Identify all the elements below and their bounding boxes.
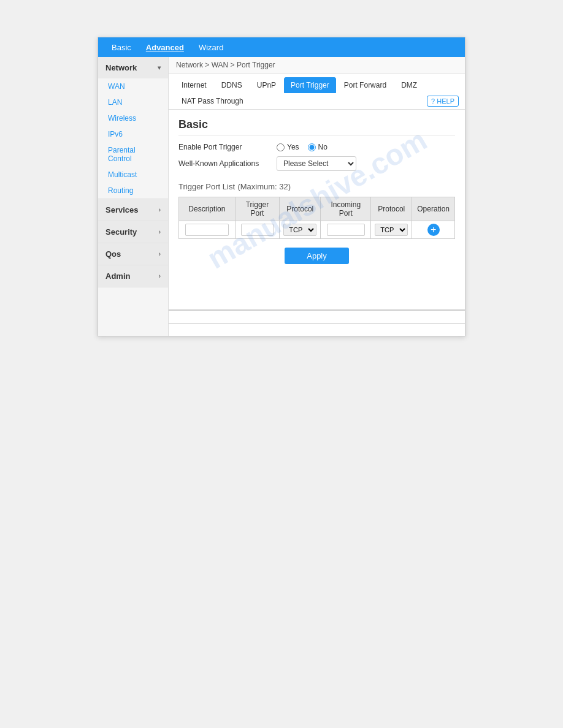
trigger-list-max-note: (Maximum: 32) — [237, 182, 291, 191]
apply-button[interactable]: Apply — [285, 248, 349, 264]
sidebar-network-label: Network — [105, 63, 137, 72]
bottom-spacer — [169, 273, 465, 285]
sidebar-section-admin: Admin › — [98, 265, 168, 287]
chevron-right-icon: › — [159, 207, 161, 213]
sidebar-section-network: Network ▾ WAN LAN Wireless IPv6 Parental… — [98, 57, 168, 199]
col-operation: Operation — [412, 197, 455, 221]
sidebar-section-qos: Qos › — [98, 243, 168, 265]
breadcrumb: Network > WAN > Port Trigger — [169, 57, 465, 74]
sidebar-item-multicast[interactable]: Multicast — [98, 167, 168, 183]
radio-yes-input[interactable] — [277, 143, 285, 151]
incoming-protocol-select[interactable]: TCP UDP Both — [375, 224, 408, 236]
sidebar-item-wan[interactable]: WAN — [98, 78, 168, 94]
well-known-row: Well-Known Applications Please Select — [178, 156, 455, 171]
col-protocol-trigger: Protocol — [280, 197, 321, 221]
chevron-right-icon4: › — [159, 273, 161, 279]
col-incoming-port: Incoming Port — [321, 197, 371, 221]
sidebar-section-security: Security › — [98, 221, 168, 243]
tab-port-trigger[interactable]: Port Trigger — [284, 77, 336, 93]
incoming-port-input[interactable] — [327, 224, 365, 236]
col-description: Description — [179, 197, 236, 221]
radio-no-option[interactable]: No — [308, 143, 327, 151]
trigger-protocol-select[interactable]: TCP UDP Both — [283, 224, 316, 236]
sidebar-item-wireless[interactable]: Wireless — [98, 110, 168, 126]
nav-basic[interactable]: Basic — [104, 39, 139, 56]
enable-radio-group: Yes No — [277, 143, 327, 151]
tab-internet[interactable]: Internet — [175, 77, 213, 93]
trigger-list-title-text: Trigger Port List — [178, 182, 235, 191]
main-layout: Network ▾ WAN LAN Wireless IPv6 Parental… — [98, 57, 465, 336]
tab-dmz[interactable]: DMZ — [394, 77, 424, 93]
col-trigger-port: Trigger Port — [235, 197, 280, 221]
cell-trigger-protocol: TCP UDP Both — [280, 221, 321, 239]
radio-no-label: No — [318, 143, 327, 151]
sidebar-qos-label: Qos — [105, 249, 121, 259]
bottom-divider2 — [169, 323, 465, 324]
chevron-down-icon: ▾ — [158, 64, 161, 71]
section-title-basic: Basic — [178, 118, 455, 135]
cell-operation: + — [412, 221, 455, 239]
table-row: TCP UDP Both — [179, 221, 455, 239]
sidebar-item-parental-control[interactable]: Parental Control — [98, 142, 168, 167]
tab-ddns[interactable]: DDNS — [215, 77, 249, 93]
add-row-button[interactable]: + — [427, 224, 440, 236]
tab-bar: Internet DDNS UPnP Port Trigger Port For… — [169, 74, 465, 110]
col-protocol-incoming: Protocol — [371, 197, 412, 221]
radio-yes-label: Yes — [287, 143, 299, 151]
cell-trigger-port — [235, 221, 280, 239]
tab-port-forward[interactable]: Port Forward — [337, 77, 393, 93]
radio-no-input[interactable] — [308, 143, 316, 151]
trigger-table-header-row: Description Trigger Port Protocol Incomi… — [179, 197, 455, 221]
sidebar-item-ipv6[interactable]: IPv6 — [98, 126, 168, 142]
sidebar-section-services: Services › — [98, 199, 168, 221]
cell-incoming-port — [321, 221, 371, 239]
description-input[interactable] — [185, 224, 229, 236]
chevron-right-icon3: › — [159, 251, 161, 257]
inner-content: Basic Enable Port Trigger Yes No — [169, 110, 465, 273]
sidebar-security-label: Security — [105, 227, 137, 237]
sidebar-admin-label: Admin — [105, 271, 130, 281]
chevron-right-icon2: › — [159, 229, 161, 235]
sidebar-services-label: Services — [105, 205, 139, 214]
sidebar-header-network[interactable]: Network ▾ — [98, 57, 168, 78]
sidebar-header-qos[interactable]: Qos › — [98, 243, 168, 265]
trigger-list-title: Trigger Port List (Maximum: 32) — [178, 181, 455, 192]
nav-wizard[interactable]: Wizard — [191, 39, 231, 56]
sidebar-item-lan[interactable]: LAN — [98, 94, 168, 110]
trigger-port-input[interactable] — [241, 224, 274, 236]
nav-advanced[interactable]: Advanced — [139, 39, 191, 56]
tab-nat-pass-through[interactable]: NAT Pass Through — [175, 93, 250, 109]
bottom-spacer2 — [169, 311, 465, 323]
sidebar-header-security[interactable]: Security › — [98, 221, 168, 243]
apply-btn-row: Apply — [178, 248, 455, 264]
enable-port-trigger-row: Enable Port Trigger Yes No — [178, 143, 455, 151]
sidebar-item-routing[interactable]: Routing — [98, 183, 168, 199]
sidebar-header-services[interactable]: Services › — [98, 199, 168, 221]
sidebar: Network ▾ WAN LAN Wireless IPv6 Parental… — [98, 57, 169, 336]
enable-port-trigger-label: Enable Port Trigger — [178, 143, 277, 151]
breadcrumb-text: Network > WAN > Port Trigger — [176, 61, 275, 69]
well-known-label: Well-Known Applications — [178, 159, 277, 168]
top-nav: Basic Advanced Wizard — [98, 37, 465, 57]
sidebar-header-admin[interactable]: Admin › — [98, 265, 168, 287]
radio-yes-option[interactable]: Yes — [277, 143, 299, 151]
trigger-table: Description Trigger Port Protocol Incomi… — [178, 197, 455, 239]
help-button[interactable]: ? HELP — [427, 96, 459, 107]
content-area: Network > WAN > Port Trigger Internet DD… — [169, 57, 465, 336]
cell-incoming-protocol: TCP UDP Both — [371, 221, 412, 239]
tab-upnp[interactable]: UPnP — [250, 77, 283, 93]
well-known-select[interactable]: Please Select — [277, 156, 356, 171]
cell-description — [179, 221, 236, 239]
